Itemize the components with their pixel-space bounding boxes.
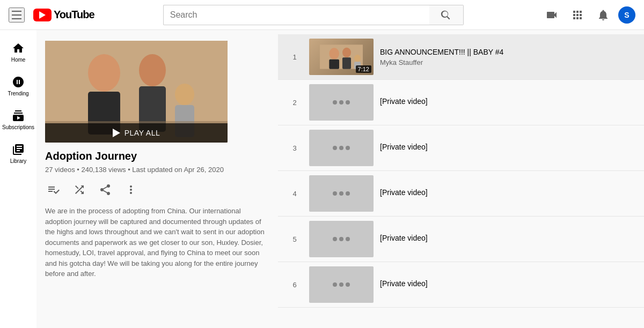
apps-button[interactable] [567,4,588,26]
private-indicator [333,100,350,105]
video-info: [Private video] [380,279,635,290]
playlist-meta: 27 videos • 240,138 views • Last updated… [45,166,269,174]
video-info: [Private video] [380,234,635,244]
table-row[interactable]: 5 [Private video] [278,217,644,262]
save-icon [47,183,60,196]
subscriptions-icon [12,109,25,122]
more-dots-icon [125,183,137,196]
svg-point-1 [88,54,120,92]
sidebar: Home Trending Subscriptions Library [0,30,36,328]
svg-point-11 [342,48,351,58]
play-all-label: PLAY ALL [125,129,160,137]
sidebar-item-library[interactable]: Library [0,136,36,169]
youtube-logo-icon [33,9,52,21]
search-icon [441,10,451,20]
video-number: 5 [287,235,303,243]
user-avatar-button[interactable]: S [618,6,635,24]
youtube-logo[interactable]: YouTube [33,9,94,21]
video-number: 6 [287,281,303,289]
shuffle-icon [73,183,86,196]
table-row[interactable]: 1 7:12 BIG ANNOUNCEMENT!!! || BA [278,34,644,80]
header-right: S [541,4,635,26]
more-options-button[interactable] [122,181,140,198]
video-info: [Private video] [380,97,635,108]
video-thumbnail [309,175,374,212]
svg-point-13 [354,55,361,62]
main-layout: PLAY ALL Adoption Journey 27 videos • 24… [36,30,644,328]
video-thumbnail [309,130,374,166]
create-video-button[interactable] [541,4,562,26]
video-title: BIG ANNOUNCEMENT!!! || BABY #4 [380,48,635,56]
sidebar-item-subscriptions[interactable]: Subscriptions [0,102,36,136]
search-bar [163,5,464,25]
svg-rect-10 [329,59,339,69]
table-row[interactable]: 2 [Private video] [278,80,644,125]
playlist-actions [45,181,269,198]
share-icon [99,183,112,196]
apps-icon [571,9,584,21]
video-list: 1 7:12 BIG ANNOUNCEMENT!!! || BA [278,30,644,328]
video-thumbnail [309,84,374,121]
library-icon [12,143,25,156]
playlist-thumbnail: PLAY ALL [45,41,228,143]
table-row[interactable]: 3 [Private video] [278,125,644,171]
trending-icon [12,76,25,88]
private-indicator [333,191,350,196]
video-camera-icon [545,9,558,21]
bell-icon [597,9,610,21]
save-to-playlist-button[interactable] [45,181,62,198]
play-all-button[interactable]: PLAY ALL [45,123,228,143]
svg-point-9 [329,48,339,59]
search-input[interactable] [163,5,429,25]
video-title: [Private video] [380,279,635,288]
video-info: [Private video] [380,188,635,199]
private-indicator [333,237,350,241]
svg-rect-12 [342,57,351,69]
sidebar-item-home[interactable]: Home [0,34,36,68]
video-title: [Private video] [380,97,635,106]
video-info: BIG ANNOUNCEMENT!!! || BABY #4 Myka Stau… [380,48,635,66]
header: YouTube S [0,0,644,30]
notifications-button[interactable] [592,4,614,26]
video-number: 3 [287,144,303,152]
video-channel: Myka Stauffer [380,58,635,66]
youtube-logo-text: YouTube [54,9,94,21]
table-row[interactable]: 6 [Private video] [278,262,644,308]
video-title: [Private video] [380,234,635,242]
left-panel: PLAY ALL Adoption Journey 27 videos • 24… [36,30,278,328]
private-indicator [333,146,350,150]
share-button[interactable] [97,181,114,198]
playlist-description: We are in the process of adopting from C… [45,206,269,279]
header-left: YouTube [9,8,94,23]
video-number: 2 [287,99,303,107]
private-indicator [333,282,350,287]
menu-button[interactable] [9,8,25,23]
video-title: [Private video] [380,143,635,151]
svg-point-3 [139,54,166,86]
search-button[interactable] [429,5,464,25]
sidebar-item-trending[interactable]: Trending [0,68,36,102]
svg-point-5 [175,84,194,105]
play-icon [113,129,120,137]
video-info: [Private video] [380,143,635,153]
video-thumbnail: 7:12 [309,39,374,75]
home-icon [12,42,25,55]
video-number: 4 [287,190,303,198]
video-number: 1 [287,53,303,61]
video-title: [Private video] [380,188,635,197]
video-duration: 7:12 [356,65,371,73]
video-thumbnail [309,266,374,303]
shuffle-button[interactable] [71,181,88,198]
video-thumbnail [309,221,374,257]
playlist-title: Adoption Journey [45,150,269,162]
table-row[interactable]: 4 [Private video] [278,171,644,217]
